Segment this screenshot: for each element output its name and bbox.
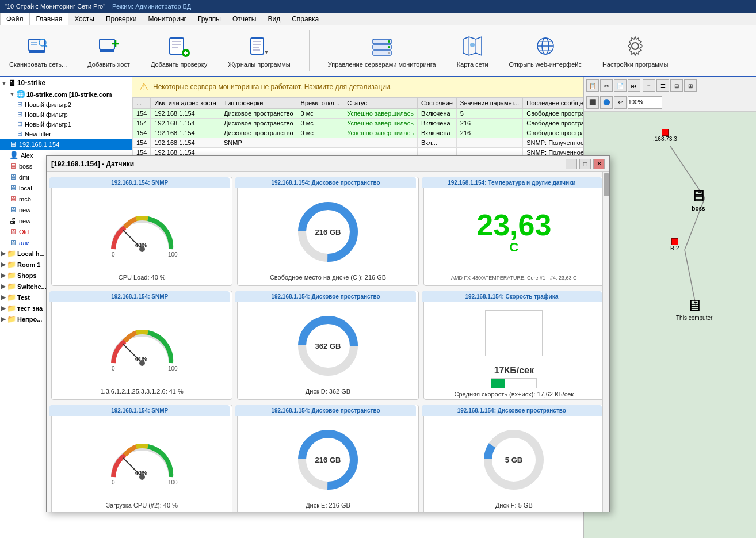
col-time: Время откл... [297,98,343,109]
cell-num: 154 [133,109,151,119]
sidebar-item-root[interactable]: ▼ 🖥 10-strike [0,77,132,89]
cell-check: SNMP [220,138,297,148]
table-row[interactable]: 154 192.168.1.154 Дисковое пространство … [133,109,584,119]
sensor-visual-7: 0 100 40% [105,419,180,499]
col-check: Тип проверки [220,98,297,109]
map-node-boss[interactable]: 🖥 boss [690,186,707,212]
scrollbar-thumb[interactable] [604,173,609,196]
map-ip-label: .168.73.3 [653,136,677,142]
map-btn-1[interactable]: 📋 [586,79,599,92]
menu-home[interactable]: Главная [30,13,69,25]
ribbon-servers[interactable]: Управление серверами мониторинга [323,30,441,71]
cell-status: Успешно завершилась [343,109,418,119]
menu-view[interactable]: Вид [262,13,286,25]
svg-text:362 GB: 362 GB [315,342,341,350]
sidebar-shops-label: Shops [17,272,37,279]
sidebar-item-domain[interactable]: ▼ 🌐 10-strike.com [10-strike.com [0,89,132,100]
modal-minimize-btn[interactable]: — [566,159,577,169]
traffic-bar-fill [491,379,505,388]
sidebar-filter2-label: Новый фильтр2 [25,101,71,108]
ribbon-web[interactable]: Открыть web-интерфейс [505,30,586,71]
svg-rect-17 [251,38,264,54]
map-align-3[interactable]: ⊟ [670,79,683,92]
map-align-2[interactable]: ☰ [656,79,669,92]
svg-point-27 [388,46,390,48]
map-tool-2[interactable]: 🔵 [600,96,613,109]
modal-titlebar: [192.168.1.154] - Датчики — □ ✕ [47,156,609,172]
sensor-label-7: Загрузка CPU (#2): 40 % [106,502,178,509]
sidebar-filter-new[interactable]: ⊞ Новый фильтр [0,109,132,119]
map-btn-2[interactable]: ✂ [600,79,613,92]
map-btn-3[interactable]: 📄 [614,79,627,92]
servers-label: Управление серверами мониторинга [328,61,436,68]
ribbon: Сканировать сеть... Добавить хост [0,25,756,77]
temp-value: 23,63 [476,210,551,240]
cell-status: Успешно завершилась [343,119,418,128]
ribbon-scan[interactable]: Сканировать сеть... [5,30,71,71]
sensor-modal: [192.168.1.154] - Датчики — □ ✕ 192.168.… [46,155,610,512]
ribbon-add-check[interactable]: Добавить проверку [146,30,212,71]
switches-arrow-icon: ▶ [1,283,6,289]
cell-time: 0 мс [297,128,343,138]
map-node-ip[interactable]: .168.73.3 [653,129,677,142]
checks-table: ... Имя или адрес хоста Тип проверки Вре… [132,97,583,158]
web-icon [532,32,559,60]
sidebar-filter1[interactable]: ⊞ Новый фильтр1 [0,119,132,129]
warning-bar[interactable]: ⚠ Некоторые сервера мониторинга не работ… [132,77,583,97]
menu-hosts[interactable]: Хосты [68,13,100,25]
map-align-1[interactable]: ≡ [643,79,655,92]
cell-check: Дисковое пространство [220,109,297,119]
menu-groups[interactable]: Группы [192,13,227,25]
menu-monitoring[interactable]: Мониторинг [142,13,192,25]
sidebar-room1-label: Room 1 [17,261,40,268]
map-node-thispc[interactable]: 🖥 This computer [676,296,712,321]
svg-point-26 [388,40,390,43]
sensor-visual-3: 23,63 C [476,192,551,273]
col-host: Имя или адрес хоста [151,98,220,109]
map-icon [459,32,486,60]
table-row[interactable]: 154 192.168.1.154 Дисковое пространство … [133,128,584,138]
traffic-bar-bg [491,378,537,388]
sidebar-new-filter[interactable]: ⊞ New filter [0,129,132,139]
table-row[interactable]: 154 192.168.1.154 SNMP Вкл... SNMP: Полу… [133,138,584,148]
sidebar-host-main[interactable]: 🖥 192.168.1.154 [0,139,132,150]
sensor-card-diskd: 192.168.1.154: Дисковое пространство 362… [237,291,418,400]
cell-value [456,138,522,148]
menu-file[interactable]: Файл [0,13,30,25]
ribbon-map[interactable]: Карта сети [452,30,493,71]
svg-text:0: 0 [112,479,115,486]
ribbon-settings[interactable]: Настройки программы [598,30,673,71]
svg-text:0: 0 [112,365,115,372]
map-zoom-input[interactable] [628,96,662,109]
ribbon-add-host[interactable]: Добавить хост [83,30,135,71]
cell-message: Свободное пространство [523,128,583,138]
sensor-visual-1: 0 100 40% [105,192,180,272]
modal-close-btn[interactable]: ✕ [593,159,605,169]
sensor-visual-5: 362 GB [293,306,362,386]
cell-host: 192.168.1.154 [151,109,220,119]
map-btn-4[interactable]: ⏮ [628,79,640,92]
sensor-label-2: Свободное место на диске (C:): 216 GB [270,274,386,281]
menu-checks[interactable]: Проверки [100,13,143,25]
svg-text:0: 0 [112,251,115,258]
menu-help[interactable]: Справка [286,13,324,25]
modal-scrollbar[interactable] [602,172,609,512]
arrow-icon: ▼ [1,80,7,86]
menu-reports[interactable]: Отчеты [227,13,262,25]
localh-arrow-icon: ▶ [1,250,6,257]
cell-state: Включена [417,109,456,119]
map-node-router2[interactable]: R 2 [670,238,679,251]
donut-svg-3: 216 GB [293,425,362,494]
sidebar-filter2[interactable]: ⊞ Новый фильтр2 [0,100,132,109]
add-check-icon [165,32,193,60]
svg-point-28 [388,52,390,54]
ribbon-logs[interactable]: Журналы программы [223,30,295,71]
sensor-visual-2: 216 GB [293,192,362,272]
table-row[interactable]: 154 192.168.1.154 Дисковое пространство … [133,119,584,128]
map-tool-1[interactable]: ⬛ [586,96,599,109]
settings-icon [621,32,649,60]
map-tool-3[interactable]: ↩ [614,96,627,109]
map-align-4[interactable]: ⊞ [684,79,697,92]
modal-cards-grid: 192.168.1.154: SNMP [47,172,609,512]
modal-maximize-btn[interactable]: □ [579,159,591,169]
